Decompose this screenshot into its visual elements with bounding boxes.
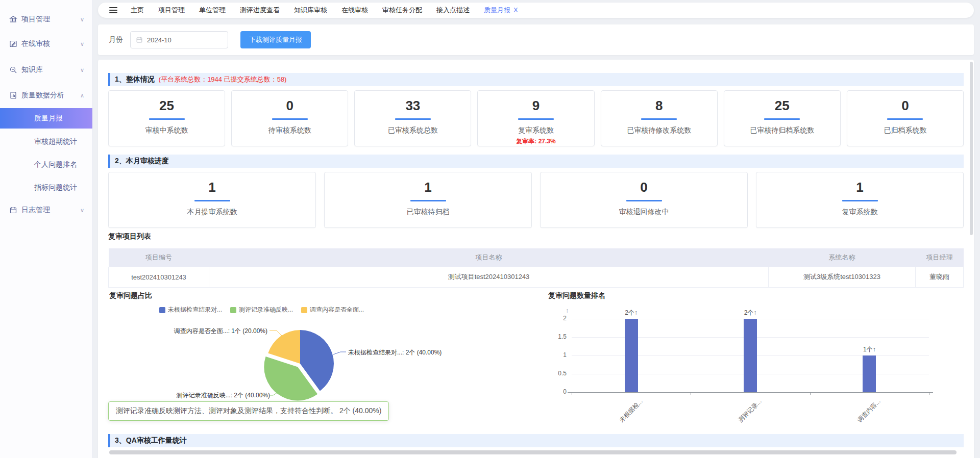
collapse-menu-icon[interactable] <box>109 7 117 13</box>
bar-chart-panel: 复审问题数量排名 00.511.52↑2个↑未根据检...2个↑测评记录...1… <box>547 288 964 429</box>
sidebar-item-quality-data-analysis[interactable]: 质量数据分析 ∧ <box>0 85 92 106</box>
stat-label: 复审系统数 <box>478 126 594 135</box>
bank-icon <box>9 15 17 23</box>
log-icon <box>9 206 17 214</box>
knowledge-icon <box>9 66 17 74</box>
nav-tab-list: 主页 项目管理 单位管理 测评进度查看 知识库审核 在线审核 审核任务分配 接入… <box>131 6 518 15</box>
nav-tab-project[interactable]: 项目管理 <box>158 6 185 15</box>
stat-value: 1 <box>109 180 315 195</box>
pie-chart-panel: 复审问题占比 未根据检查结果对... 测评记录准确反映... 调查内容是否全面.… <box>108 288 537 429</box>
stat-card-to-modify: 8 已审核待修改系统数 <box>601 90 718 146</box>
sidebar-subitem-indicator-issue-stats[interactable]: 指标问题统计 <box>0 177 92 198</box>
nav-tab-online-review[interactable]: 在线审核 <box>341 6 368 15</box>
stat-value: 25 <box>724 98 840 114</box>
close-tab-icon[interactable]: X <box>513 6 518 14</box>
nav-tab-kb-review[interactable]: 知识库审核 <box>294 6 327 15</box>
stat-card-pending: 0 待审核系统数 <box>231 90 348 146</box>
section-header-qa-workload: 3、QA审核工作量统计 <box>108 434 964 447</box>
sidebar-item-knowledge-base[interactable]: 知识库 ∨ <box>0 60 92 80</box>
sidebar-item-project-management[interactable]: 项目管理 ∨ <box>0 9 92 30</box>
sidebar-item-label: 在线审核 <box>21 39 50 48</box>
stat-label: 审核中系统数 <box>109 126 225 135</box>
sidebar-subitem-label: 审核超期统计 <box>34 137 77 146</box>
pie-slice[interactable] <box>268 330 300 364</box>
stat-label: 审核退回修改中 <box>541 208 747 217</box>
chevron-down-icon: ∨ <box>80 41 84 47</box>
stat-label: 已审核待归档 <box>325 208 531 217</box>
horizontal-scrollbar[interactable] <box>109 450 957 454</box>
stat-label: 已审核待修改系统数 <box>601 126 717 135</box>
bar-value-label: 2个↑ <box>616 309 647 317</box>
nav-tab-task-assign[interactable]: 审核任务分配 <box>382 6 422 15</box>
stat-label: 本月提审系统数 <box>109 208 315 217</box>
month-value: 2024-10 <box>147 36 172 44</box>
month-picker-input[interactable]: 2024-10 <box>130 31 228 48</box>
nav-tab-unit[interactable]: 单位管理 <box>199 6 226 15</box>
stat-card-reviewing: 25 审核中系统数 <box>108 90 225 146</box>
x-axis-category-label: 未根据检... <box>618 397 645 424</box>
edit-icon <box>9 40 17 48</box>
y-axis-arrow: ↑ <box>566 307 569 314</box>
section-header-month-progress: 2、本月审核进度 <box>108 155 964 168</box>
pie-label-record: 测评记录准确反映...: 2个 (40.00%) <box>177 391 270 400</box>
bar-plot: 00.511.52↑2个↑未根据检...2个↑测评记录...1个↑调查内容... <box>547 288 964 429</box>
bar[interactable] <box>744 319 757 392</box>
review-project-table: 项目编号 项目名称 系统名称 项目经理 test202410301243 测试项… <box>108 248 964 288</box>
sidebar-item-log-management[interactable]: 日志管理 ∨ <box>0 200 92 220</box>
sidebar-subitem-review-overdue-stats[interactable]: 审核超期统计 <box>0 132 92 152</box>
x-axis-tick <box>810 392 811 395</box>
cell-project-manager: 董晓雨 <box>916 267 964 287</box>
stat-label: 复审系统数 <box>756 208 963 217</box>
section-annotation: (平台系统总数：1944 已提交系统总数：58) <box>159 75 287 84</box>
download-monthly-report-button[interactable]: 下载测评质量月报 <box>240 31 311 48</box>
sidebar-subitem-personal-issue-ranking[interactable]: 个人问题排名 <box>0 155 92 175</box>
stat-card-month-re-review: 1 复审系统数 <box>756 172 964 228</box>
sidebar-item-label: 质量数据分析 <box>21 91 64 100</box>
y-axis-tick-label: 1 <box>551 351 567 359</box>
review-table-title: 复审项目列表 <box>108 232 151 241</box>
col-header-system-name: 系统名称 <box>769 248 916 267</box>
sidebar-subitem-quality-monthly-report[interactable]: 质量月报 <box>0 108 92 129</box>
y-axis-tick-label: 0.5 <box>551 370 567 377</box>
top-nav: 主页 项目管理 单位管理 测评进度查看 知识库审核 在线审核 审核任务分配 接入… <box>98 3 974 18</box>
x-axis-line <box>568 392 933 393</box>
cell-project-name: 测试项目test202410301243 <box>209 267 769 287</box>
nav-tab-progress[interactable]: 测评进度查看 <box>240 6 280 15</box>
nav-tab-access-point[interactable]: 接入点描述 <box>436 6 470 15</box>
nav-tab-home[interactable]: 主页 <box>131 6 144 15</box>
analysis-icon <box>9 91 17 99</box>
stat-label: 已审核待归档系统数 <box>724 126 840 135</box>
sidebar-subitem-label: 质量月报 <box>34 114 63 123</box>
nav-tab-quality-monthly-active[interactable]: 质量月报X <box>484 6 518 15</box>
stat-card-to-archive: 25 已审核待归档系统数 <box>724 90 841 146</box>
sidebar-item-label: 项目管理 <box>21 15 50 24</box>
calendar-icon <box>136 36 143 43</box>
stat-label: 已审核系统总数 <box>355 126 471 135</box>
bar[interactable] <box>625 319 638 392</box>
month-cards-row: 1 本月提审系统数 1 已审核待归档 0 审核退回修改中 1 复审系统数 <box>108 172 964 228</box>
x-axis-tick <box>929 392 929 395</box>
stat-card-re-review: 9 复审系统数 复审率: 27.3% <box>477 90 594 146</box>
stat-card-month-returned: 0 审核退回修改中 <box>540 172 748 228</box>
sidebar-subitem-label: 个人问题排名 <box>34 160 77 169</box>
chevron-down-icon: ∨ <box>80 67 84 73</box>
stat-card-reviewed-total: 33 已审核系统总数 <box>354 90 471 146</box>
sidebar: 项目管理 ∨ 在线审核 ∨ 知识库 ∨ 质量数据分析 ∧ 质量月报 审核超期统计… <box>0 0 92 458</box>
stat-value: 25 <box>109 98 225 114</box>
stat-card-archived: 0 已归档系统数 <box>847 90 964 146</box>
pie-label-not-based: 未根据检查结果对...: 2个 (40.00%) <box>348 348 442 357</box>
sidebar-item-label: 日志管理 <box>21 206 50 215</box>
pie-tooltip: 测评记录准确反映测评方法、测评对象及测评结果，支持符合性判断。 2个 (40.0… <box>108 401 389 421</box>
sidebar-item-online-review[interactable]: 在线审核 ∨ <box>0 34 92 54</box>
cell-project-id: test202410301243 <box>109 267 209 287</box>
overview-cards-row: 25 审核中系统数 0 待审核系统数 33 已审核系统总数 9 复审系统数 复审… <box>108 90 964 146</box>
stat-value: 8 <box>601 98 717 114</box>
x-axis-category-label: 测评记录... <box>737 397 764 424</box>
stat-card-month-submitted: 1 本月提审系统数 <box>108 172 316 228</box>
section-title: 3、QA审核工作量统计 <box>115 436 187 445</box>
sidebar-item-label: 知识库 <box>21 65 43 74</box>
month-label: 月份 <box>109 35 123 44</box>
bar[interactable] <box>863 355 876 392</box>
vertical-scrollbar[interactable] <box>970 62 973 235</box>
col-header-project-name: 项目名称 <box>209 248 769 267</box>
